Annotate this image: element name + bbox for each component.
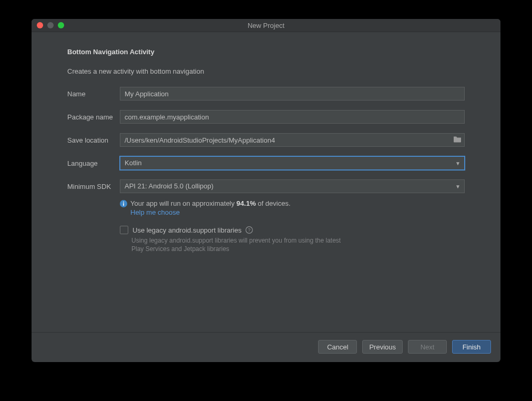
info-icon (120, 200, 127, 207)
next-button: Next (408, 340, 447, 354)
language-value: Kotlin (125, 159, 142, 167)
help-icon[interactable]: ? (245, 226, 253, 234)
svg-point-2 (123, 202, 124, 203)
page-subheading: Creates a new activity with bottom navig… (67, 67, 465, 75)
svg-rect-1 (123, 203, 124, 206)
label-language: Language (67, 159, 120, 167)
row-minsdk: Minimum SDK API 21: Android 5.0 (Lollipo… (67, 179, 465, 193)
cancel-button[interactable]: Cancel (318, 340, 357, 354)
previous-button[interactable]: Previous (362, 340, 403, 354)
label-package: Package name (67, 113, 120, 121)
label-name: Name (67, 90, 120, 98)
titlebar: New Project (32, 19, 500, 32)
finish-button[interactable]: Finish (452, 340, 491, 354)
zoom-window-button[interactable] (58, 22, 64, 28)
minimize-window-button[interactable] (47, 22, 54, 28)
row-name: Name (67, 87, 465, 101)
device-coverage-text: Your app will run on approximately 94.1%… (130, 199, 291, 207)
help-choose-link[interactable]: Help me choose (130, 208, 180, 216)
footer-buttons: Cancel Previous Next Finish (32, 332, 500, 362)
page-heading: Bottom Navigation Activity (67, 48, 465, 56)
row-location: Save location (67, 133, 465, 147)
legacy-hint: Using legacy android.support libraries w… (131, 236, 352, 253)
browse-folder-icon[interactable] (453, 136, 462, 145)
label-location: Save location (67, 136, 120, 144)
name-input[interactable] (120, 87, 465, 101)
minsdk-value: API 21: Android 5.0 (Lollipop) (125, 182, 213, 190)
dialog-window: New Project Bottom Navigation Activity C… (32, 19, 500, 362)
window-title: New Project (32, 22, 500, 29)
sdk-info: Your app will run on approximately 94.1%… (120, 199, 465, 216)
minsdk-select[interactable]: API 21: Android 5.0 (Lollipop) (120, 179, 465, 193)
close-window-button[interactable] (37, 22, 43, 28)
row-language: Language Kotlin ▼ (67, 156, 465, 170)
content-area: Bottom Navigation Activity Creates a new… (32, 32, 500, 332)
legacy-checkbox[interactable] (120, 226, 128, 234)
row-package: Package name (67, 110, 465, 124)
legacy-label: Use legacy android.support libraries (132, 226, 241, 234)
svg-text:?: ? (248, 227, 251, 233)
legacy-row: Use legacy android.support libraries ? U… (120, 226, 465, 253)
location-input[interactable] (120, 133, 465, 147)
label-minsdk: Minimum SDK (67, 183, 120, 191)
package-input[interactable] (120, 110, 465, 124)
window-controls (37, 22, 64, 28)
language-select[interactable]: Kotlin (120, 156, 465, 170)
